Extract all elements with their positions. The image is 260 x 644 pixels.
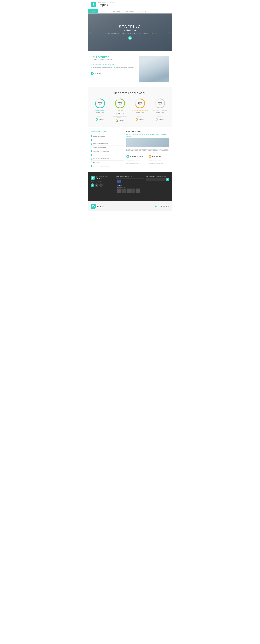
offer-btn-2[interactable]: MORE INFO: [116, 120, 124, 122]
footer-link-sep: ·: [95, 181, 95, 182]
admin-arrow-1: [91, 135, 92, 137]
footer-facebook-col: FOLLOW US ON FACEBOOK Emplox fb.com Like…: [116, 176, 144, 195]
nav-item-home[interactable]: HOME: [88, 9, 98, 13]
hero-next-button[interactable]: ›: [169, 30, 170, 34]
offer-title-4: BUSINESS MANAGEMENT: [153, 110, 167, 112]
fb-like-btn[interactable]: Like: [117, 185, 122, 186]
about-body: Mes cuml dia sed in lacus a tintiunt Ing…: [91, 66, 136, 70]
fb-header: Emplox fb.com: [117, 180, 143, 183]
fb-thumb-2: [122, 188, 126, 193]
fb-count: 1,600 people like this: [117, 187, 143, 188]
offer-btn-3[interactable]: MORE INFO: [135, 118, 144, 121]
offer-item-3: 70% LESS ADMINISTRATIVE ASSISTANTS DOLOR…: [132, 98, 148, 122]
admin-jobs-title: ADMINISTRATIVE JOBS: [91, 131, 124, 132]
about-section: HELLO THERE! WELCOME TO OUR COMPANY SITE…: [88, 51, 172, 87]
footer-link-brand[interactable]: EMPLOX: [91, 181, 94, 182]
about-more-button[interactable]: MORE INFO: [91, 72, 136, 75]
arrow-right-icon-8: [91, 162, 92, 163]
footer-grad-icon: [92, 177, 94, 179]
offer-btn-icon-3: [135, 118, 138, 121]
offer-btn-label-3: MORE INFO: [139, 119, 144, 120]
circle-label-4: 60% LESS: [154, 98, 165, 109]
admin-list-item-4[interactable]: CONTRACTS ADMINISTRATION: [91, 146, 124, 150]
footer-bottom-brand-sub: PROFESSIONAL EMPLOYMENT: [97, 204, 110, 205]
admin-arrow-2: [91, 139, 92, 141]
arrow-right-icon-9: [91, 166, 92, 166]
admin-list-item-3[interactable]: PURCHASING AND PROCUREMENT: [91, 142, 124, 146]
hero-subtitle: solutions for you: [104, 29, 156, 31]
ethics-card-1: 20 YEARS OF EXPERIENCE MES CUML, DIA SED…: [127, 155, 147, 164]
offer-btn-icon-2: [116, 120, 118, 122]
circle-chart-1: 80% LESS: [95, 98, 106, 109]
admin-arrow-4: [91, 146, 92, 148]
footer-brand-col: PROFESSIONAL EMPLOYMENT Emplox EMPLOX · …: [91, 176, 114, 187]
fb-thumb-4: [131, 188, 135, 193]
admin-list-item-6[interactable]: BUSINESS MANAGEMENT: [91, 153, 124, 157]
fb-icon: [117, 180, 121, 183]
footer-logo-icon: [91, 176, 95, 180]
ethics-card-2-icon: [148, 155, 151, 158]
ethics-card-2-body: MES CUML, DIA SED INENIASINGE DOLOR ESTI…: [148, 158, 169, 161]
nav-item-contacts[interactable]: CONTACTS: [137, 9, 150, 13]
circle-label-3: 70% LESS: [134, 98, 145, 109]
admin-list-item-8[interactable]: ACCOUNT SUPPORT: [91, 160, 124, 164]
ethics-body: Lorem ipsum dolor sit amet, consectetur …: [127, 148, 169, 153]
newsletter-input-row: [146, 178, 169, 181]
admin-arrow-3: [91, 143, 92, 144]
admin-arrow-7: [91, 158, 92, 160]
footer-socials: [91, 184, 114, 187]
fb-thumb-3: [127, 188, 131, 193]
circle-pct-3: 70%: [138, 102, 142, 104]
nav-item-blog[interactable]: OUR BLOG: [110, 9, 123, 13]
offer-subtitle-2: DOLORE IPSUM: [116, 113, 124, 114]
about-tagline: MES CUML DIA SED INGER ALIES DOLORE IPSU…: [91, 62, 136, 65]
admin-list-item-9[interactable]: MARKETING AND COMMUNICATIONS: [91, 164, 124, 168]
about-welcome: WELCOME TO OUR COMPANY SITE: [91, 59, 136, 60]
nav-item-about[interactable]: ABOUT US: [98, 9, 110, 13]
social-btn-teal[interactable]: [91, 184, 94, 187]
navigation: HOME ABOUT US OUR BLOG ONLINE JOBS CONTA…: [88, 9, 172, 14]
footer-newsletter-col: SUBSCRIBE TO OUR NEWSLETTER: [146, 176, 169, 181]
hot-offers-section: HOT OFFERS OF THE WEEK 80% LESS MAILROOM…: [88, 87, 172, 127]
fb-sub: fb.com: [122, 182, 125, 182]
social-btn-facebook[interactable]: [99, 184, 103, 187]
offer-btn-1[interactable]: MORE INFO: [96, 118, 104, 121]
about-more-label: MORE INFO: [95, 73, 101, 74]
ethics-card-1-icon: [127, 155, 129, 158]
footer-logo: PROFESSIONAL EMPLOYMENT Emplox: [91, 176, 114, 180]
offer-btn-4[interactable]: MORE INFO: [156, 118, 164, 121]
fb-thumbs: [117, 188, 143, 193]
logo-text: PROFESSIONAL EMPLOYMENT Emplox: [98, 2, 115, 7]
social-btn-twitter[interactable]: [95, 184, 98, 187]
footer-link-privacy[interactable]: Privacy Policy: [96, 181, 102, 182]
lower-section: ADMINISTRATIVE JOBS GENERAL ADMINISTRATI…: [88, 127, 172, 172]
footer-bottom: PROFESSIONAL EMPLOYMENT Emplox +1 (800) …: [88, 201, 172, 211]
arrow-right-icon-2: [91, 140, 92, 140]
hero-prev-button[interactable]: ‹: [90, 30, 91, 34]
admin-list-item-5[interactable]: HR AND BENEFITS ADMINISTRATION: [91, 150, 124, 153]
offer-desc-4: Lorem ipsum dolor sit amet, consectetur …: [152, 113, 168, 117]
ethics-card-1-body: MES CUML, DIA SED INENIASINGE DOLOR ESTI…: [127, 158, 147, 161]
offer-item-4: 60% LESS BUSINESS MANAGEMENT DOLORE IPSU…: [152, 98, 168, 122]
admin-list-item-1[interactable]: GENERAL ADMINISTRATION: [91, 134, 124, 138]
footer-links: EMPLOX · Privacy Policy: [91, 181, 114, 182]
admin-arrow-8: [91, 162, 92, 163]
footer: PROFESSIONAL EMPLOYMENT Emplox EMPLOX · …: [88, 172, 172, 201]
circle-label-2: 85% LESS: [115, 98, 126, 109]
newsletter-input[interactable]: [146, 178, 166, 181]
newsletter-submit-button[interactable]: [166, 178, 169, 181]
hero-cta-button[interactable]: [128, 36, 132, 40]
nav-item-jobs[interactable]: ONLINE JOBS: [123, 9, 137, 13]
admin-list-item-7[interactable]: SALES AND ACCOUNT MANAGEMENT: [91, 157, 124, 160]
ethics-tagline: MES CUML DIA SED INGER ALIES DOLORE IPSU…: [127, 134, 169, 137]
hero-cta-icon: [129, 37, 131, 39]
ethics-section: OUR CODE OF ETHICS MES CUML DIA SED INGE…: [127, 131, 169, 168]
circle-pct-4: 60%: [158, 102, 162, 104]
admin-list-item-2[interactable]: EXECUTIVE ADMINISTRATION: [91, 138, 124, 142]
logo-name: Emplox: [98, 3, 115, 7]
footer-bottom-grad-icon: [92, 205, 95, 208]
footer-bottom-brand-name: Emplox: [97, 205, 110, 208]
fb-thumb-1: [117, 188, 122, 193]
offer-item-1: 80% LESS MAILROOM CLERKS DOLORE IPSUM Lo…: [92, 98, 108, 122]
offers-grid: 80% LESS MAILROOM CLERKS DOLORE IPSUM Lo…: [91, 98, 169, 122]
